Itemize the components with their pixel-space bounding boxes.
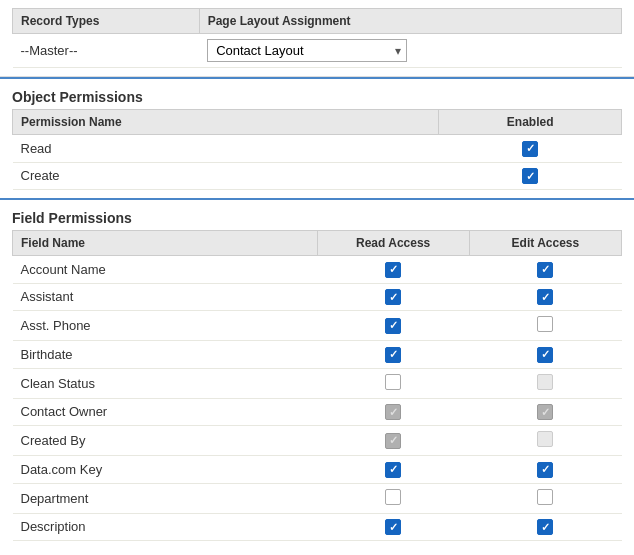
record-types-header: Record Types: [13, 9, 200, 34]
edit-access-cell: [469, 398, 621, 426]
checkbox-checked[interactable]: [385, 289, 401, 305]
field-permissions-header-section: Field Permissions: [0, 198, 634, 230]
checkbox-unchecked[interactable]: [385, 489, 401, 505]
read-access-cell: [317, 283, 469, 311]
checkbox-checked[interactable]: [537, 347, 553, 363]
object-permissions-title: Object Permissions: [12, 89, 622, 105]
read-access-cell: [317, 398, 469, 426]
read-access-cell: [317, 513, 469, 541]
enabled-header: Enabled: [439, 110, 622, 135]
field-permissions-wrapper: Field Name Read Access Edit Access Accou…: [0, 230, 634, 549]
read-access-cell: [317, 311, 469, 341]
field-name-cell: Data.com Key: [13, 456, 318, 484]
permission-name-cell: Create: [13, 162, 439, 190]
checkbox-checked[interactable]: [385, 262, 401, 278]
edit-access-cell: [469, 341, 621, 369]
edit-access-header: Edit Access: [469, 231, 621, 256]
checkbox-unchecked[interactable]: [537, 316, 553, 332]
checkbox-checked[interactable]: [537, 462, 553, 478]
field-name-cell: Contact Owner: [13, 398, 318, 426]
field-name-cell: Birthdate: [13, 341, 318, 369]
checkbox-checked[interactable]: [522, 168, 538, 184]
table-row: Data.com Key: [13, 456, 622, 484]
edit-access-cell: [469, 483, 621, 513]
edit-access-cell: [469, 283, 621, 311]
read-access-cell: [317, 368, 469, 398]
table-row: Department: [13, 483, 622, 513]
field-name-cell: Created By: [13, 426, 318, 456]
field-name-cell: Department: [13, 483, 318, 513]
field-name-cell: Account Name: [13, 256, 318, 284]
edit-access-cell: [469, 456, 621, 484]
checkbox-checked[interactable]: [537, 289, 553, 305]
read-access-header: Read Access: [317, 231, 469, 256]
read-access-cell: [317, 483, 469, 513]
edit-access-cell: [469, 513, 621, 541]
table-row: Clean Status: [13, 368, 622, 398]
table-row: Read: [13, 135, 622, 163]
edit-access-cell: [469, 256, 621, 284]
layout-select-cell: Contact Layout: [199, 34, 621, 68]
read-access-cell: [317, 256, 469, 284]
object-permissions-wrapper: Permission Name Enabled ReadCreate: [0, 109, 634, 198]
master-label: --Master--: [13, 34, 200, 68]
edit-access-cell: [469, 368, 621, 398]
field-name-header: Field Name: [13, 231, 318, 256]
table-row: Created By: [13, 426, 622, 456]
checkbox-checked[interactable]: [522, 141, 538, 157]
page-layout-section: Record Types Page Layout Assignment --Ma…: [0, 0, 634, 77]
edit-access-cell: [469, 311, 621, 341]
checkbox-checked[interactable]: [537, 262, 553, 278]
enabled-cell: [439, 162, 622, 190]
field-name-cell: Clean Status: [13, 368, 318, 398]
checkbox-checked[interactable]: [385, 347, 401, 363]
object-permissions-table: Permission Name Enabled ReadCreate: [12, 109, 622, 190]
read-access-cell: [317, 456, 469, 484]
checkbox-unchecked[interactable]: [537, 489, 553, 505]
edit-access-cell: [469, 426, 621, 456]
page-layout-table: Record Types Page Layout Assignment --Ma…: [12, 8, 622, 68]
read-access-cell: [317, 426, 469, 456]
table-row: Contact Owner: [13, 398, 622, 426]
checkbox-disabled-checked: [385, 404, 401, 420]
object-permissions-header-section: Object Permissions: [0, 77, 634, 109]
table-row: Assistant: [13, 283, 622, 311]
field-permissions-table: Field Name Read Access Edit Access Accou…: [12, 230, 622, 541]
page-layout-header: Page Layout Assignment: [199, 9, 621, 34]
checkbox-disabled-checked: [385, 433, 401, 449]
table-row: Birthdate: [13, 341, 622, 369]
table-row: Asst. Phone: [13, 311, 622, 341]
checkbox-checked[interactable]: [385, 318, 401, 334]
checkbox-checked[interactable]: [537, 519, 553, 535]
field-name-cell: Assistant: [13, 283, 318, 311]
checkbox-disabled: [537, 374, 553, 390]
permission-name-cell: Read: [13, 135, 439, 163]
table-row: Description: [13, 513, 622, 541]
checkbox-disabled: [537, 431, 553, 447]
checkbox-unchecked[interactable]: [385, 374, 401, 390]
field-permissions-title: Field Permissions: [12, 210, 622, 226]
checkbox-disabled-checked: [537, 404, 553, 420]
field-name-cell: Asst. Phone: [13, 311, 318, 341]
layout-select-wrapper[interactable]: Contact Layout: [207, 39, 407, 62]
table-row: Create: [13, 162, 622, 190]
checkbox-checked[interactable]: [385, 519, 401, 535]
enabled-cell: [439, 135, 622, 163]
field-name-cell: Description: [13, 513, 318, 541]
table-row: Account Name: [13, 256, 622, 284]
permission-name-header: Permission Name: [13, 110, 439, 135]
checkbox-checked[interactable]: [385, 462, 401, 478]
layout-select[interactable]: Contact Layout: [207, 39, 407, 62]
read-access-cell: [317, 341, 469, 369]
